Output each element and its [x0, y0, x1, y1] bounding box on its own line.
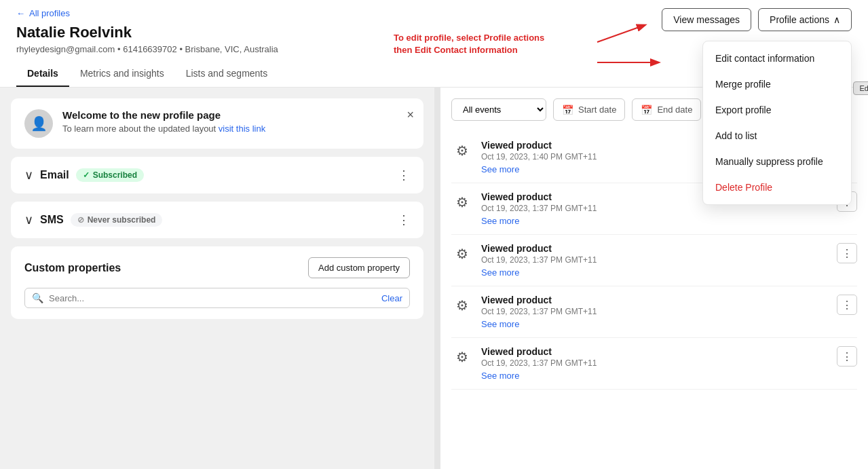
welcome-title: Welcome to the new profile page	[62, 109, 265, 121]
table-row: ⚙ Viewed product Oct 19, 2023, 1:37 PM G…	[451, 338, 857, 390]
sms-badge-label: Never subscribed	[88, 215, 156, 225]
avatar: 👤	[24, 109, 53, 138]
welcome-text: Welcome to the new profile page To learn…	[62, 109, 265, 134]
email-status-badge: ✓ Subscribed	[76, 168, 144, 182]
event-time: Oct 19, 2023, 1:37 PM GMT+11	[481, 307, 857, 316]
tab-lists[interactable]: Lists and segments	[175, 61, 279, 87]
email-section-menu[interactable]: ⋮	[398, 168, 410, 183]
email-section-title: Email	[40, 169, 69, 181]
welcome-body: To learn more about the updated layout v…	[62, 124, 265, 134]
welcome-close-button[interactable]: ×	[407, 108, 414, 122]
custom-properties-search: 🔍 Clear	[24, 288, 410, 308]
calendar-icon-end: 📅	[641, 105, 652, 115]
event-time: Oct 19, 2023, 1:37 PM GMT+11	[481, 204, 857, 213]
chevron-up-icon: ∧	[833, 14, 840, 25]
sms-section-menu[interactable]: ⋮	[398, 212, 410, 227]
event-options-button[interactable]: ⋮	[837, 346, 857, 367]
dropdown-export-profile[interactable]: Export profile	[703, 97, 851, 123]
event-title: Viewed product	[481, 243, 857, 254]
person-icon: 👤	[31, 115, 48, 132]
gear-icon: ⚙	[456, 297, 468, 314]
email-badge-label: Subscribed	[93, 170, 137, 180]
see-more-link[interactable]: See more	[481, 267, 857, 278]
event-content: Viewed product Oct 19, 2023, 1:37 PM GMT…	[481, 346, 857, 381]
custom-properties-title: Custom properties	[24, 262, 121, 274]
clear-search-button[interactable]: Clear	[381, 293, 402, 303]
gear-icon: ⚙	[456, 246, 468, 262]
header-actions: View messages Profile actions ∧	[662, 8, 852, 31]
event-options-button[interactable]: ⋮	[837, 243, 857, 263]
back-link-label: All profiles	[29, 8, 70, 18]
event-type-filter[interactable]: All events	[451, 98, 546, 121]
profile-actions-dropdown: Edit contact information Merge profile E…	[702, 41, 852, 205]
edit-contact-hint: Edit contac...	[853, 81, 868, 95]
sms-section: ∨ SMS ⊘ Never subscribed ⋮	[11, 202, 423, 238]
table-row: ⚙ Viewed product Oct 19, 2023, 1:37 PM G…	[451, 286, 857, 338]
see-more-link[interactable]: See more	[481, 216, 857, 226]
left-panel: 👤 Welcome to the new profile page To lea…	[0, 88, 434, 469]
tab-details[interactable]: Details	[16, 61, 69, 87]
event-icon: ⚙	[451, 191, 473, 213]
dropdown-edit-contact[interactable]: Edit contact information	[703, 45, 851, 71]
dropdown-add-to-list[interactable]: Add to list	[703, 123, 851, 149]
dropdown-delete-profile[interactable]: Delete Profile	[703, 174, 851, 200]
back-arrow-icon: ←	[16, 8, 25, 18]
profile-actions-label: Profile actions	[770, 14, 829, 25]
sms-status-badge: ⊘ Never subscribed	[71, 213, 163, 227]
profile-location: Brisbane, VIC, Australia	[185, 44, 278, 54]
event-time: Oct 19, 2023, 1:37 PM GMT+11	[481, 358, 857, 368]
event-content: Viewed product Oct 19, 2023, 1:37 PM GMT…	[481, 295, 857, 329]
gear-icon: ⚙	[456, 349, 468, 365]
sms-section-header: ∨ SMS ⊘ Never subscribed ⋮	[24, 212, 410, 227]
sms-section-title: SMS	[40, 214, 64, 226]
search-icon: 🔍	[32, 293, 43, 303]
event-title: Viewed product	[481, 295, 857, 305]
event-content: Viewed product Oct 19, 2023, 1:37 PM GMT…	[481, 243, 857, 278]
event-title: Viewed product	[481, 346, 857, 357]
event-options-button[interactable]: ⋮	[837, 295, 857, 315]
event-icon: ⚙	[451, 346, 473, 368]
end-date-label: End date	[657, 105, 692, 115]
start-date-label: Start date	[578, 105, 616, 115]
custom-properties-section: Custom properties Add custom property 🔍 …	[11, 246, 423, 319]
view-messages-button[interactable]: View messages	[662, 8, 751, 31]
sms-toggle-icon[interactable]: ∨	[24, 212, 33, 227]
see-more-link[interactable]: See more	[481, 371, 857, 381]
calendar-icon: 📅	[562, 105, 573, 115]
profile-actions-button[interactable]: Profile actions ∧	[758, 8, 852, 31]
block-icon: ⊘	[77, 215, 84, 225]
add-custom-property-button[interactable]: Add custom property	[308, 257, 410, 278]
event-icon: ⚙	[451, 140, 473, 162]
email-section-header: ∨ Email ✓ Subscribed ⋮	[24, 168, 410, 183]
event-icon: ⚙	[451, 243, 473, 265]
tab-metrics[interactable]: Metrics and insights	[69, 61, 175, 87]
start-date-picker[interactable]: 📅 Start date	[553, 98, 625, 121]
email-toggle-icon[interactable]: ∨	[24, 168, 33, 183]
gear-icon: ⚙	[456, 143, 468, 159]
custom-properties-header: Custom properties Add custom property	[24, 257, 410, 278]
event-time: Oct 19, 2023, 1:37 PM GMT+11	[481, 255, 857, 265]
gear-icon: ⚙	[456, 194, 468, 210]
profile-phone: 61416639702	[123, 44, 177, 54]
dropdown-suppress-profile[interactable]: Manually suppress profile	[703, 149, 851, 174]
event-icon: ⚙	[451, 295, 473, 316]
email-section: ∨ Email ✓ Subscribed ⋮	[11, 157, 423, 193]
welcome-card: 👤 Welcome to the new profile page To lea…	[11, 98, 423, 149]
checkmark-icon: ✓	[83, 170, 90, 180]
profile-email: rhyleydesign@gmail.com	[16, 44, 115, 54]
dropdown-merge-profile[interactable]: Merge profile	[703, 71, 851, 97]
see-more-link[interactable]: See more	[481, 319, 857, 329]
end-date-picker[interactable]: 📅 End date	[632, 98, 701, 121]
visit-link[interactable]: visit this link	[219, 124, 265, 134]
search-input[interactable]	[49, 293, 376, 303]
table-row: ⚙ Viewed product Oct 19, 2023, 1:37 PM G…	[451, 235, 857, 286]
